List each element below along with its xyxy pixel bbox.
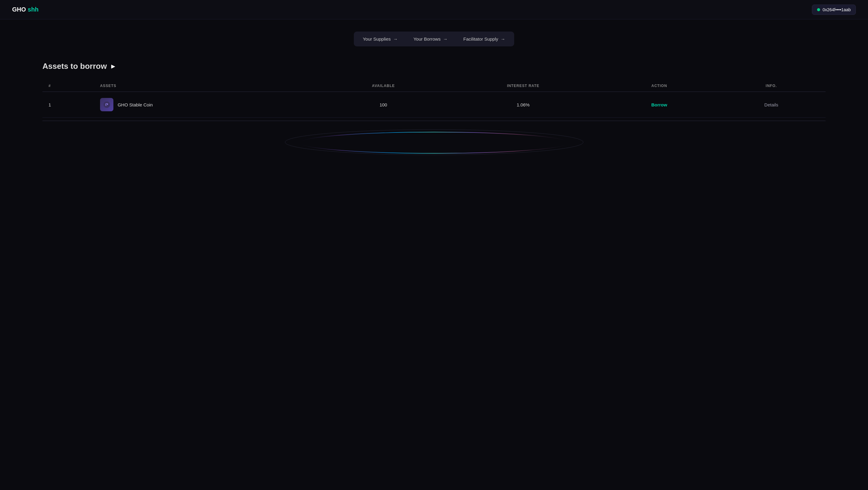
logo-gho-text: GHO (12, 6, 26, 13)
tab-your-supplies[interactable]: Your Supplies → (355, 33, 405, 44)
row-info-cell: Details (717, 92, 826, 118)
wallet-address-text: 0x264f••••1aab (823, 7, 851, 12)
table-divider (42, 121, 826, 121)
table-row: 1 GHO Stable Coin 100 (42, 92, 826, 118)
tab-facilitator-supply-label: Facilitator Supply (463, 36, 498, 41)
assets-title-arrow: ► (110, 62, 117, 70)
navbar: GHO shh 0x264f••••1aab (0, 0, 868, 20)
col-header-info: INFO. (717, 80, 826, 92)
tab-your-borrows[interactable]: Your Borrows → (406, 33, 455, 44)
tab-your-borrows-arrow: → (443, 36, 447, 41)
main-content: Assets to borrow ► # ASSETS AVAILABLE IN… (0, 56, 868, 170)
row-number: 1 (42, 92, 94, 118)
tab-facilitator-supply[interactable]: Facilitator Supply → (456, 33, 513, 44)
gho-asset-icon (100, 98, 114, 111)
details-button[interactable]: Details (762, 101, 781, 109)
row-interest-rate: 1.06% (445, 92, 601, 118)
col-header-interest-rate: INTEREST RATE (445, 80, 601, 92)
ellipse-container (82, 127, 786, 157)
svg-point-1 (300, 132, 568, 153)
nav-tabs-section: Your Supplies → Your Borrows → Facilitat… (0, 20, 868, 56)
table-header: # ASSETS AVAILABLE INTEREST RATE ACTION … (42, 80, 826, 92)
row-action-cell: Borrow (601, 92, 717, 118)
ellipse-svg (82, 127, 786, 157)
bottom-glow-decoration (42, 127, 826, 163)
tab-your-supplies-arrow: → (393, 36, 398, 41)
table-body: 1 GHO Stable Coin 100 (42, 92, 826, 118)
nav-tabs-container: Your Supplies → Your Borrows → Facilitat… (354, 32, 515, 47)
logo: GHO shh (12, 6, 38, 13)
col-header-number: # (42, 80, 94, 92)
row-asset-cell: GHO Stable Coin (94, 92, 322, 118)
assets-table: # ASSETS AVAILABLE INTEREST RATE ACTION … (42, 80, 826, 118)
row-asset-name: GHO Stable Coin (118, 102, 153, 108)
col-header-assets: ASSETS (94, 80, 322, 92)
logo-shh-text: shh (28, 6, 39, 13)
tab-your-supplies-label: Your Supplies (363, 36, 391, 41)
svg-point-0 (285, 129, 583, 155)
assets-title-text: Assets to borrow (42, 62, 107, 71)
borrow-button[interactable]: Borrow (649, 101, 670, 109)
assets-section-title: Assets to borrow ► (42, 62, 826, 71)
col-header-available: AVAILABLE (322, 80, 445, 92)
tab-your-borrows-label: Your Borrows (413, 36, 441, 41)
col-header-action: ACTION (601, 80, 717, 92)
tab-facilitator-supply-arrow: → (500, 36, 505, 41)
wallet-status-dot (817, 8, 820, 11)
wallet-button[interactable]: 0x264f••••1aab (812, 4, 856, 15)
row-available: 100 (322, 92, 445, 118)
